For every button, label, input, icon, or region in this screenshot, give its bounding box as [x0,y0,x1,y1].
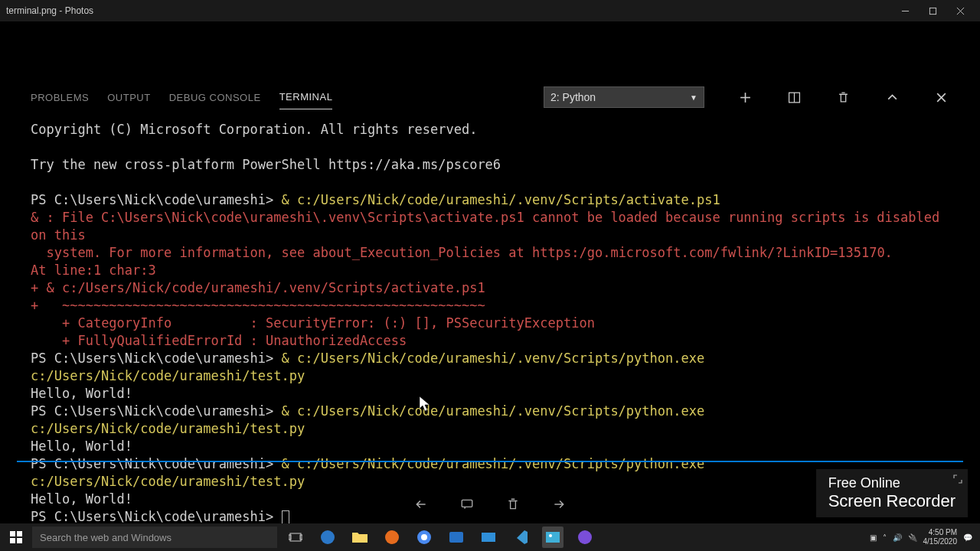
task-view-button[interactable] [285,527,306,548]
svg-rect-24 [546,532,560,543]
terminal-output-line: Hello, World! [31,439,132,454]
powershell-app[interactable] [446,527,467,548]
minimize-icon [901,7,910,15]
chrome-icon [416,529,433,546]
mail-app[interactable] [478,527,499,548]
terminal-output-line: Hello, World! [31,386,132,401]
tab-debug-console[interactable]: DEBUG CONSOLE [169,86,261,109]
powershell-icon [448,529,465,546]
firefox-icon [384,529,400,546]
delete-button[interactable] [505,496,521,513]
close-icon [956,7,965,15]
tab-problems[interactable]: PROBLEMS [31,86,89,109]
close-panel-button[interactable] [933,89,949,106]
svg-point-19 [385,530,399,544]
terminal-line: Copyright (C) Microsoft Corporation. All… [31,122,477,137]
tray-icon[interactable]: ▣ [870,533,877,542]
terminal-error-line: system. For more information, see about_… [31,245,893,260]
minimize-button[interactable] [891,1,919,21]
mail-icon [480,529,497,546]
system-tray[interactable]: ▣ ˄ 🔊 🔌 4:50 PM 4/15/2020 💬 [870,528,981,546]
new-terminal-button[interactable] [737,89,753,106]
split-terminal-button[interactable] [786,89,802,106]
chevron-down-icon: ▼ [690,93,697,102]
previous-button[interactable] [413,496,430,513]
terminal-error-line: SecurityError: (:) [], PSSecurityExcepti… [266,315,595,331]
photos-toolbar [413,496,567,513]
screen-recorder-watermark: Free Online Screen Recorder [816,469,968,517]
slideshow-button[interactable] [459,496,475,513]
notifications-icon[interactable]: 💬 [963,533,972,542]
edge-app[interactable] [317,527,338,548]
firefox-app[interactable] [381,527,403,548]
terminal-prompt: PS C:\Users\Nick\code\urameshi> [31,509,282,524]
svg-rect-23 [482,533,495,542]
terminal-command: & c:/Users/Nick/code/urameshi/.venv/Scri… [282,192,720,207]
vscode-app[interactable] [510,527,531,548]
close-button[interactable] [946,1,974,21]
split-layout-icon [788,91,801,104]
chevron-up-icon [886,91,899,104]
window-title: terminal.png - Photos [6,5,891,16]
trash-icon [506,497,520,511]
chrome-app[interactable] [413,527,435,548]
terminal-prompt: PS C:\Users\Nick\code\urameshi> [31,403,282,419]
terminal-error-line: UnauthorizedAccess [266,333,407,348]
search-input[interactable]: Search the web and Windows [32,527,277,548]
chat-bubble-icon [577,529,593,546]
svg-rect-22 [449,532,463,543]
terminal-selector[interactable]: 2: Python ▼ [544,86,704,108]
photos-app[interactable] [542,527,564,548]
maximize-icon [929,7,937,15]
terminal-selector-label: 2: Python [550,91,596,103]
svg-rect-12 [17,531,22,536]
folder-icon [351,530,368,544]
svg-point-18 [321,530,335,544]
kill-terminal-button[interactable] [835,89,851,106]
tray-volume-icon[interactable]: 🔊 [893,533,902,542]
panel-tab-row: PROBLEMS OUTPUT DEBUG CONSOLE TERMINAL 2… [17,83,963,112]
clock[interactable]: 4:50 PM 4/15/2020 [923,528,958,546]
date: 4/15/2020 [923,537,958,546]
terminal-error-line: + & c:/Users/Nick/code/urameshi/.venv/Sc… [31,280,485,295]
terminal-prompt: PS C:\Users\Nick\code\urameshi> [31,456,282,471]
search-placeholder: Search the web and Windows [40,532,172,543]
maximize-panel-button[interactable] [884,89,900,106]
trash-icon [837,91,850,104]
terminal-output-line: Hello, World! [31,491,132,507]
svg-point-26 [578,530,592,544]
tray-chevron-up-icon[interactable]: ˄ [883,533,887,542]
svg-point-25 [549,534,552,537]
svg-rect-11 [10,531,15,536]
terminal-line: Try the new cross-platform PowerShell ht… [31,157,501,172]
tab-terminal[interactable]: TERMINAL [279,85,333,109]
photos-titlebar: terminal.png - Photos [0,0,980,21]
messenger-app[interactable] [574,527,596,548]
chat-icon [460,497,474,511]
task-view-icon [289,530,302,544]
next-button[interactable] [550,496,567,513]
file-explorer-app[interactable] [349,527,371,548]
photos-icon [544,529,561,546]
tab-output[interactable]: OUTPUT [107,86,150,109]
expand-icon[interactable] [952,474,963,487]
plus-icon [739,91,752,104]
maximize-button[interactable] [919,1,946,21]
watermark-line: Screen Recorder [828,491,956,511]
taskbar: Search the web and Windows ▣ ˄ 🔊 🔌 4:50 … [0,523,980,551]
svg-rect-14 [17,538,22,543]
close-icon [935,91,948,104]
vscode-icon [512,529,529,546]
vscode-panel: PROBLEMS OUTPUT DEBUG CONSOLE TERMINAL 2… [17,83,963,533]
tray-power-icon[interactable]: 🔌 [908,533,917,542]
start-button[interactable] [0,523,32,551]
terminal-error-line: ~~~~~~~~~~~~~~~~~~~~~~~~~~~~~~~~~~~~~~~~… [38,298,485,313]
svg-point-21 [421,534,427,540]
time: 4:50 PM [923,528,958,537]
terminal-error-line: + [31,298,38,313]
panel-divider[interactable] [17,461,963,462]
windows-icon [10,531,22,543]
terminal-error-line: + FullyQualifiedErrorId : [31,333,266,348]
arrow-left-icon [414,497,428,511]
terminal-error-line: + CategoryInfo : [31,315,266,331]
